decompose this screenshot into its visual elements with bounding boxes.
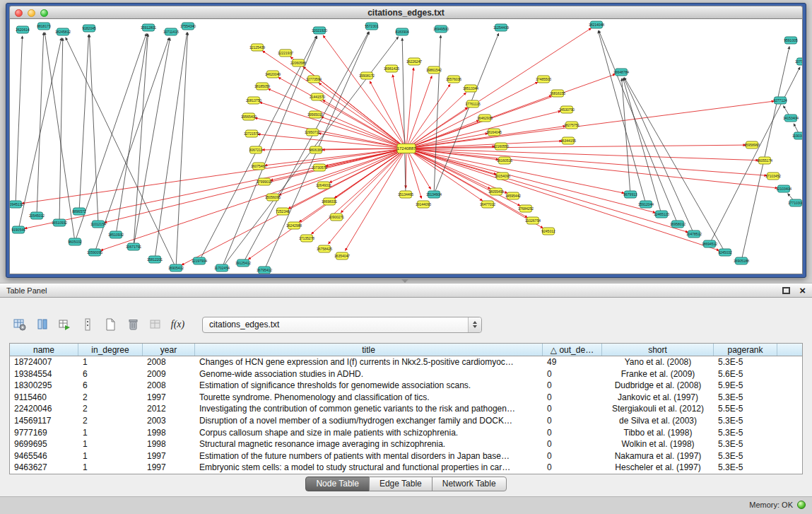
column-header-short[interactable]: short bbox=[602, 344, 714, 356]
table-row[interactable]: 2242004622012Investigating the contribut… bbox=[10, 403, 802, 415]
graph-node[interactable]: 19565013 bbox=[307, 111, 323, 118]
graph-node[interactable]: 16949500 bbox=[433, 25, 449, 33]
graph-node[interactable]: 16055174 bbox=[757, 157, 772, 164]
graph-node[interactable]: 17240887 bbox=[397, 144, 416, 153]
graph-node[interactable]: 2620614 bbox=[16, 26, 30, 33]
table-row[interactable]: 977716911998Corpus callosum shape and si… bbox=[10, 427, 802, 439]
graph-node[interactable]: 8183904 bbox=[395, 28, 409, 35]
graph-node[interactable]: 17554340 bbox=[180, 23, 196, 30]
graph-node[interactable]: 16354047 bbox=[334, 252, 350, 259]
graph-node[interactable]: 8818173 bbox=[37, 23, 51, 30]
graph-node[interactable]: 10900271 bbox=[329, 214, 344, 221]
table-selector-combobox[interactable]: citations_edges.txt bbox=[202, 317, 482, 333]
graph-node[interactable]: 17135278 bbox=[299, 235, 314, 242]
graph-node[interactable]: 16648784 bbox=[613, 69, 629, 76]
graph-node[interactable]: 19125412 bbox=[235, 259, 251, 267]
zoom-button[interactable] bbox=[40, 9, 48, 17]
table-row[interactable]: 1938455462009Genome-wide association stu… bbox=[10, 368, 802, 380]
graph-node[interactable]: 21441570 bbox=[310, 93, 325, 100]
graph-node[interactable]: 18245812 bbox=[55, 28, 71, 35]
table-row[interactable]: 1830029562008Estimation of significance … bbox=[10, 380, 802, 392]
graph-node[interactable]: 11026754 bbox=[525, 217, 541, 224]
graph-node[interactable]: 9605032 bbox=[68, 238, 82, 245]
graph-node[interactable]: 22060588 bbox=[290, 59, 306, 66]
graph-node[interactable]: 17684252 bbox=[518, 205, 534, 212]
graph-node[interactable]: 15134904 bbox=[426, 191, 442, 198]
graph-node[interactable]: 14530790 bbox=[559, 106, 575, 113]
graph-node[interactable]: 18698331 bbox=[322, 198, 337, 205]
table-row[interactable]: 1456911722003Disruption of a novel membe… bbox=[10, 415, 802, 427]
graph-node[interactable]: 18275751 bbox=[564, 122, 579, 129]
graph-node[interactable]: 18055491 bbox=[488, 188, 504, 195]
tab-network-table[interactable]: Network Table bbox=[432, 477, 507, 491]
minimize-button[interactable] bbox=[28, 9, 35, 17]
graph-node[interactable]: 10671791 bbox=[126, 243, 141, 250]
graph-node[interactable]: 12950712 bbox=[305, 129, 320, 136]
network-window-titlebar[interactable]: citations_edges.txt bbox=[9, 6, 803, 19]
graph-node[interactable]: 15912044 bbox=[638, 201, 654, 208]
graph-node[interactable]: 12125439 bbox=[249, 44, 265, 51]
graph-node[interactable]: 19908172 bbox=[359, 72, 375, 79]
graph-node[interactable]: 16816155 bbox=[550, 90, 565, 97]
column-header-name[interactable]: name bbox=[10, 344, 78, 356]
close-button[interactable] bbox=[15, 9, 23, 17]
graph-node[interactable]: 16075461 bbox=[251, 163, 266, 170]
new-table-button[interactable] bbox=[100, 315, 119, 334]
column-chooser-button[interactable] bbox=[33, 315, 52, 334]
graph-node[interactable]: 9806381 bbox=[309, 146, 323, 153]
close-panel-icon[interactable]: × bbox=[799, 287, 806, 294]
graph-node[interactable]: 17103452 bbox=[765, 173, 781, 180]
graph-node[interactable]: 18185059 bbox=[254, 83, 270, 90]
graph-node[interactable]: 12197904 bbox=[192, 257, 207, 264]
column-header-title[interactable]: title bbox=[195, 344, 543, 356]
graph-node[interactable]: 18214048 bbox=[589, 21, 604, 28]
graph-node[interactable]: 10945132 bbox=[10, 201, 23, 208]
graph-node[interactable]: 17999013 bbox=[257, 178, 272, 185]
graph-node[interactable]: 16462935 bbox=[477, 115, 493, 122]
graph-node[interactable]: 9245032 bbox=[718, 249, 732, 256]
graph-node[interactable]: 15958963 bbox=[744, 141, 760, 148]
graph-node[interactable]: 16758425 bbox=[317, 245, 332, 252]
graph-node[interactable]: 12103404 bbox=[776, 185, 792, 192]
graph-node[interactable]: 14595442 bbox=[505, 192, 521, 199]
graph-node[interactable]: 18164045 bbox=[486, 129, 502, 136]
graph-node[interactable]: 12465123 bbox=[654, 211, 669, 218]
graph-node[interactable]: 12160550 bbox=[493, 143, 509, 150]
graph-node[interactable]: 12021920 bbox=[312, 27, 327, 34]
graph-node[interactable]: 9245012 bbox=[541, 228, 555, 235]
graph-node[interactable]: 9277124 bbox=[773, 97, 787, 104]
combobox-stepper-icon[interactable] bbox=[468, 317, 481, 332]
graph-node[interactable]: 10770294 bbox=[795, 58, 803, 65]
network-canvas[interactable]: 2620614881817318245812918204515912801107… bbox=[9, 19, 803, 274]
graph-node[interactable]: 19144093 bbox=[416, 201, 431, 208]
graph-node[interactable]: 9591005 bbox=[784, 37, 798, 44]
graph-node[interactable]: 16961425 bbox=[384, 65, 399, 72]
table-row[interactable]: 946362711997Embryonic stem cells: a mode… bbox=[10, 462, 802, 474]
graph-node[interactable]: 5572301 bbox=[365, 23, 379, 30]
graph-node[interactable]: 15056095 bbox=[265, 194, 281, 201]
graph-node[interactable]: 19861542 bbox=[426, 66, 442, 74]
table-row[interactable]: 1872400712008Changes of HCN gene express… bbox=[10, 356, 802, 368]
network-graph[interactable]: 2620614881817318245812918204515912801107… bbox=[10, 19, 803, 274]
graph-node[interactable]: 20545012 bbox=[29, 212, 45, 219]
table-settings-button[interactable] bbox=[10, 315, 29, 334]
import-table-button[interactable] bbox=[55, 315, 74, 334]
graph-node[interactable]: 14153404 bbox=[783, 115, 799, 122]
graph-node[interactable]: 19154093 bbox=[495, 173, 510, 180]
graph-node[interactable]: 10711415 bbox=[163, 28, 179, 35]
table-row[interactable]: 946554611997Estimation of the future num… bbox=[10, 450, 802, 462]
graph-node[interactable]: 19565400 bbox=[241, 113, 257, 120]
column-header-in_degree[interactable]: in_degree bbox=[78, 344, 143, 356]
graph-node[interactable]: 18694512 bbox=[702, 240, 717, 247]
graph-node[interactable]: 16795412 bbox=[257, 267, 272, 274]
table-row[interactable]: 911546021997Tourette syndrome. Phenomeno… bbox=[10, 392, 802, 404]
float-panel-icon[interactable] bbox=[782, 287, 790, 294]
column-header-out_degree[interactable]: △ out_de… bbox=[543, 344, 602, 356]
graph-node[interactable]: 7252348 bbox=[276, 208, 290, 215]
graph-node[interactable]: 16242988 bbox=[286, 222, 302, 229]
graph-node[interactable]: 18513344 bbox=[463, 85, 478, 92]
graph-node[interactable]: 15812201 bbox=[147, 256, 163, 263]
delete-table-button[interactable] bbox=[123, 315, 142, 334]
graph-node[interactable]: 10590095 bbox=[87, 249, 102, 256]
graph-node[interactable]: 8896572 bbox=[72, 208, 86, 215]
